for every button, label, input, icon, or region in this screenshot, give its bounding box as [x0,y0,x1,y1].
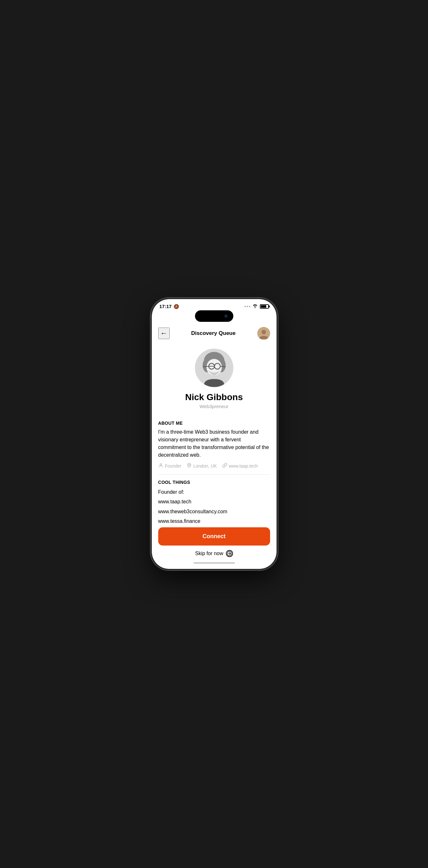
role-text: Founder [165,463,182,468]
role-icon [158,463,163,469]
cool-things-label: COOL THINGS [158,480,270,485]
wifi-icon [252,304,258,309]
signal-dot-2 [247,306,248,307]
phone-frame: 17:17 🔕 [152,299,276,569]
bottom-actions: Connect Skip for now [152,524,276,569]
link-1[interactable]: www.taap.tech [158,499,191,504]
profile-subtitle: Web3preneur [200,404,228,409]
profile-avatar [195,349,233,387]
location-text: London, UK [193,463,217,468]
signal-dot-1 [245,306,246,307]
signal-dot-3 [249,306,250,307]
link-3[interactable]: www.tessa.finance [158,518,201,524]
battery-fill [261,305,267,308]
connect-button[interactable]: Connect [158,527,270,546]
status-bar: 17:17 🔕 [152,299,276,312]
home-indicator [193,562,235,564]
svg-point-13 [189,464,190,466]
about-me-text: I'm a three-time Web3 business founder a… [158,428,270,459]
link-icon [222,463,227,469]
back-button[interactable]: ← [158,328,170,339]
location-icon [187,463,192,469]
profile-section: Nick Gibbons Web3preneur [152,344,276,415]
battery-icon [260,304,269,309]
mute-icon: 🔕 [174,304,179,309]
skip-icon [226,550,233,557]
profile-image [195,349,233,387]
svg-point-12 [160,464,161,465]
cool-things-intro: Founder of: www.taap.tech www.theweb3con… [158,487,270,526]
screen: 17:17 🔕 [152,299,276,569]
link-2[interactable]: www.theweb3consultancy.com [158,509,227,514]
about-me-section: ABOUT ME I'm a three-time Web3 business … [152,415,276,474]
skip-button[interactable]: Skip for now [158,547,270,560]
camera-dot [224,314,227,318]
website-text: www.taap.tech [229,463,258,468]
meta-row: Founder London, UK [158,463,270,469]
dynamic-island [195,310,233,322]
status-right [245,304,269,309]
about-me-label: ABOUT ME [158,421,270,426]
back-arrow-icon: ← [160,329,167,338]
signal-dots [245,306,250,307]
nav-header: ← Discovery Queue [152,322,276,344]
website-meta[interactable]: www.taap.tech [222,463,258,469]
cool-things-section: COOL THINGS Founder of: www.taap.tech ww… [152,474,276,531]
location-meta: London, UK [187,463,217,469]
role-meta: Founder [158,463,182,469]
page-title: Discovery Queue [191,330,236,337]
profile-name: Nick Gibbons [185,392,243,402]
status-time: 17:17 🔕 [159,304,179,309]
user-avatar[interactable] [257,327,270,340]
skip-label: Skip for now [195,551,223,556]
svg-point-1 [262,330,266,334]
